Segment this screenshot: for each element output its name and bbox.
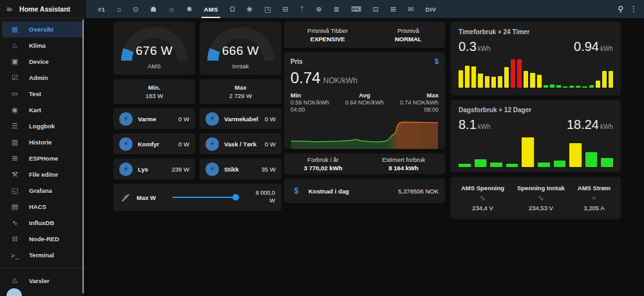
price-level-prisniv[interactable]: PrisnivåNORMAL — [395, 27, 422, 43]
sidebar-item-hacs[interactable]: ▤HACS — [2, 199, 83, 215]
sidebar-item-klima[interactable]: ♨Klima — [2, 37, 83, 54]
consumption-estimert-forbruk[interactable]: Estimert forbruk8 164 kWh — [382, 156, 425, 172]
price-chart — [284, 115, 445, 149]
chart-bar — [530, 73, 535, 88]
tab-network-devices[interactable]: ⊡ — [367, 0, 384, 18]
chart-bar — [544, 85, 548, 88]
hourly-max-value: 0.94 — [574, 39, 599, 54]
stat-value: 183 W — [146, 92, 163, 99]
tab-globe[interactable]: ⊕ — [310, 0, 327, 18]
entity-row-varmekabel[interactable]: ⚡Varmekabel0 W — [200, 108, 281, 129]
chart-bar — [506, 164, 518, 167]
devices-icon: ▣ — [10, 57, 20, 66]
tab-ams[interactable]: AMS — [198, 0, 223, 18]
sidebar-item-grafana[interactable]: ◱Grafana — [2, 183, 83, 199]
tab-div[interactable]: DIV — [419, 0, 442, 18]
sidebar-item-terminal[interactable]: >_Terminal — [2, 247, 83, 263]
chart-line-icon: ∿ — [10, 219, 20, 227]
tab-light-flash[interactable]: ✺ — [180, 0, 198, 18]
chart-bar — [504, 67, 509, 88]
tab-1[interactable]: #1 — [92, 0, 111, 18]
price-level-prisniv-tibber[interactable]: Prisnivå TibberEXPENSIVE — [307, 27, 348, 43]
user-avatar[interactable] — [6, 288, 22, 296]
chart-bar — [569, 86, 574, 88]
stat-card-min[interactable]: Min.183 W — [113, 79, 195, 104]
sensors-card: AMS Spenning∿234,4 VSpenning Inntak∿234,… — [451, 177, 621, 219]
tab-cast[interactable]: ◳ — [258, 0, 276, 18]
max-w-slider-card: ⚡ Max W 8 000,0 W — [113, 184, 281, 211]
tab-server[interactable]: ≣ — [328, 0, 345, 18]
daily-chart-values: 8.1 kWh 18.24 kWh — [459, 117, 613, 132]
chart-bar — [602, 71, 607, 88]
sidebar-item-node-red[interactable]: ⊟Node-RED — [2, 231, 83, 247]
tab-home[interactable]: ⌂ — [111, 0, 127, 18]
column-middle: Prisnivå TibberEXPENSIVEPrisnivåNORMAL P… — [284, 22, 445, 203]
sensor-value: 3,205 A — [578, 204, 611, 212]
entity-grid: ⚡Varme0 W⚡Varmekabel0 W⚡Komfyr0 W⚡Vask /… — [113, 108, 281, 179]
glance-label: Estimert forbruk — [382, 156, 425, 163]
sidebar-item-label: Varsler — [29, 277, 50, 284]
sidebar-item-oversikt[interactable]: ▦Oversikt — [2, 21, 83, 37]
entity-state: 0 W — [265, 141, 276, 148]
grafana-icon: ◱ — [10, 186, 20, 195]
tab-sprout-marker[interactable]: ❀ — [241, 0, 258, 18]
sitemap-icon: ⊟ — [10, 235, 20, 243]
chart-bar — [582, 86, 587, 88]
sidebar-item-loggbok[interactable]: ☰Loggbok — [2, 118, 83, 134]
sidebar-item-influxdb[interactable]: ∿InfluxDB — [2, 215, 83, 231]
entity-row-lys[interactable]: ⚡Lys239 W — [113, 159, 195, 179]
tab-lightbulb[interactable]: ☼ — [162, 0, 180, 18]
tab-table-card[interactable]: ⊞ — [384, 0, 402, 18]
hourly-chart-title: Timeforbruk + 24 Timer — [459, 28, 613, 35]
table-card-icon: ⊞ — [390, 5, 396, 14]
menu-dots-icon[interactable]: ⋮ — [630, 5, 638, 14]
max-w-slider[interactable] — [173, 197, 240, 198]
stat-card-max[interactable]: Max2 729 W — [200, 79, 281, 104]
chart-bar — [554, 161, 566, 167]
sidebar-item-admin[interactable]: ☑Admin — [2, 70, 83, 86]
tab-mail[interactable]: ✉ — [402, 0, 419, 18]
slider-fill — [173, 197, 236, 198]
daily-min-value: 8.1 — [459, 117, 477, 132]
microphone-icon[interactable]: ⚲ — [618, 5, 623, 14]
chart-bar — [601, 158, 613, 167]
sidebar-item-device[interactable]: ▣Device — [2, 54, 83, 70]
sidebar-item-label: Admin — [29, 74, 48, 81]
entity-state: 0 W — [178, 115, 189, 123]
tab-bell-ring[interactable]: Ω — [224, 0, 241, 18]
sensor-spenning-inntak[interactable]: Spenning Inntak∿234,53 V — [517, 184, 565, 212]
sidebar-item-historie[interactable]: ▥Historie — [2, 134, 83, 150]
gauge-card-ams[interactable]: 676 WAMS — [113, 22, 195, 75]
tab-keyboard[interactable]: ⌨ — [345, 0, 367, 18]
chart-bar — [609, 71, 613, 88]
sine-wave-icon: ∿ — [461, 193, 504, 202]
flash-icon: ⚡ — [119, 137, 133, 151]
gauge-row: 676 WAMS666 WInntak — [113, 22, 281, 75]
tab-transmission-tower[interactable]: ᛉ — [294, 0, 310, 18]
entity-row-vask-t-rk[interactable]: ⚡Vask / Tørk0 W — [200, 133, 281, 154]
sensor-ams-spenning[interactable]: AMS Spenning∿234,4 V — [461, 184, 504, 212]
gauge-name: AMS — [113, 63, 195, 70]
sensor-ams-str-m[interactable]: AMS Strøm≈3,205 A — [578, 184, 611, 212]
sidebar-item-esphome[interactable]: ⊞ESPHome — [2, 150, 83, 166]
entity-row-komfyr[interactable]: ⚡Komfyr0 W — [113, 133, 195, 154]
sidebar-item-varsler[interactable]: ⚠Varsler — [2, 273, 83, 289]
entity-row-varme[interactable]: ⚡Varme0 W — [113, 108, 195, 129]
network-devices-icon: ⊡ — [373, 5, 379, 14]
chart-bar — [475, 159, 487, 167]
tab-shield[interactable]: ☗ — [144, 0, 162, 18]
sidebar-item-file-editor[interactable]: ⚒File editor — [2, 166, 83, 183]
tab-camera[interactable]: ⊙ — [127, 0, 144, 18]
price-unit: NOK/kWh — [323, 76, 357, 85]
tab-bus[interactable]: ⊟ — [277, 0, 294, 18]
sidebar-item-kart[interactable]: ◉Kart — [2, 102, 83, 118]
menu-toggle-icon[interactable]: ≡‹ — [6, 5, 12, 13]
chip-icon: ⊞ — [10, 154, 20, 163]
sidebar-item-test[interactable]: ▭Test — [2, 86, 83, 102]
slider-knob[interactable] — [232, 194, 239, 201]
entity-row-stikk[interactable]: ⚡Stikk35 W — [200, 159, 281, 179]
consumption-forbruk-i-r[interactable]: Forbruk i år3 770,02 kWh — [304, 156, 343, 172]
cost-today-card[interactable]: $ Kostnad i dag 5,378506 NOK — [284, 179, 445, 203]
sidebar-scrollbar[interactable] — [82, 19, 84, 293]
gauge-card-inntak[interactable]: 666 WInntak — [200, 22, 281, 75]
